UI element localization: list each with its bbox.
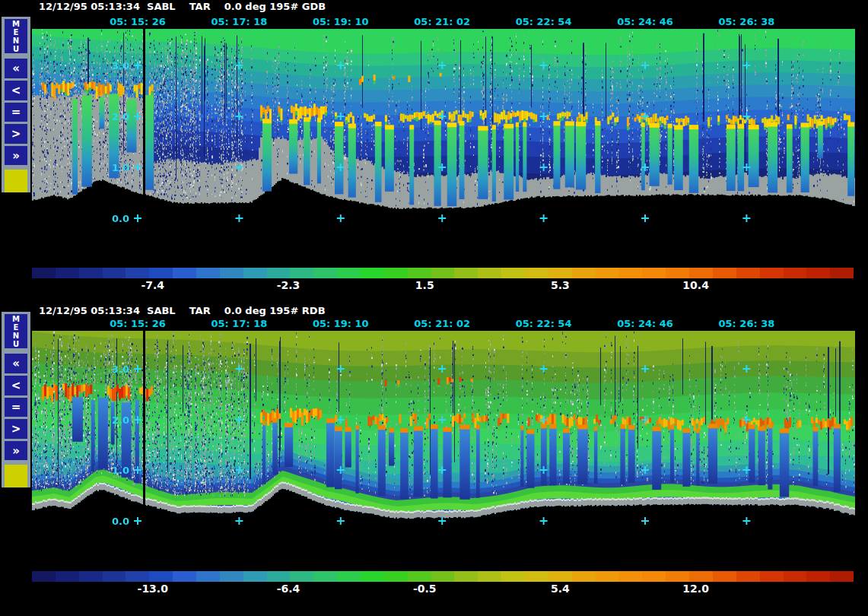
- time-tick-label: 05: 19: 10: [313, 318, 369, 329]
- menu-button[interactable]: M E N U: [5, 314, 27, 348]
- colorbar-tick-label: 12.0: [682, 583, 709, 595]
- colorbar-segment: [642, 268, 666, 278]
- lidar-image-gdb[interactable]: [32, 29, 855, 263]
- menu-button[interactable]: M E N U: [5, 19, 27, 53]
- colorbar-segment: [103, 571, 126, 582]
- fast-forward-button[interactable]: »: [5, 146, 27, 166]
- colorbar-segment: [79, 268, 103, 278]
- time-tick-label: 05: 17: 18: [211, 318, 268, 329]
- time-tick-label: 05: 24: 46: [617, 16, 673, 27]
- lidar-image-rdb[interactable]: [32, 331, 855, 567]
- colorbar-segment: [501, 268, 525, 278]
- colorbar-segment: [173, 571, 196, 582]
- panel-title-gdb: 12/12/95 05:13:34 SABL TAR 0.0 deg 195# …: [39, 1, 326, 12]
- colorbar-segment: [666, 571, 689, 582]
- colorbar-segment: [79, 571, 103, 582]
- time-tick-label: 05: 22: 54: [516, 16, 572, 27]
- colorbar-segment: [830, 268, 854, 278]
- colorbar-segment: [689, 571, 713, 582]
- colorbar-segment: [478, 571, 501, 582]
- colorbar-tick-label: -0.5: [413, 583, 437, 595]
- colorbar-segment: [243, 268, 267, 278]
- colorbar-segment: [32, 571, 56, 582]
- colorbar-segment: [454, 571, 478, 582]
- colorbar-segment: [525, 268, 548, 278]
- colorbar-segment: [454, 268, 478, 278]
- colorbar-tick-label: 5.3: [551, 279, 570, 291]
- colorbar-segment: [478, 268, 501, 278]
- time-tick-label: 05: 21: 02: [414, 16, 470, 27]
- pause-button[interactable]: =: [5, 398, 27, 418]
- fast-rewind-button[interactable]: «: [5, 354, 27, 373]
- colorbar-segment: [149, 571, 173, 582]
- colorbar-segment: [431, 571, 455, 582]
- colorbar-segment: [596, 571, 619, 582]
- time-tick-label: 05: 24: 46: [617, 318, 673, 329]
- colorbar-segment: [361, 268, 384, 278]
- colorbar-rdb: [32, 571, 854, 582]
- time-tick-label: 05: 19: 10: [313, 16, 369, 27]
- step-forward-button[interactable]: >: [5, 419, 27, 439]
- colorbar-tick-label: -6.4: [277, 583, 300, 595]
- step-back-button[interactable]: <: [5, 376, 27, 395]
- colorbar-segment: [760, 268, 784, 278]
- colorbar-segment: [196, 268, 220, 278]
- colorbar-segment: [337, 571, 361, 582]
- colorbar-gdb: [32, 268, 854, 278]
- colorbar-segment: [548, 268, 572, 278]
- step-back-button[interactable]: <: [5, 81, 27, 100]
- panel-title-rdb: 12/12/95 05:13:34 SABL TAR 0.0 deg 195# …: [39, 305, 326, 316]
- colorbar-segment: [126, 571, 149, 582]
- colorbar-segment: [243, 571, 267, 582]
- colorbar-segment: [103, 268, 126, 278]
- sabl-display-window: 12/12/95 05:13:34 SABL TAR 0.0 deg 195# …: [0, 0, 868, 616]
- fast-forward-button[interactable]: »: [5, 441, 27, 461]
- colorbar-segment: [806, 571, 830, 582]
- colorbar-segment: [220, 268, 243, 278]
- colorbar-segment: [760, 571, 784, 582]
- colorbar-segment: [830, 571, 854, 582]
- time-axis-top: 05: 15: 2605: 17: 1805: 19: 1005: 21: 02…: [32, 16, 855, 28]
- colorbar-segment: [290, 268, 313, 278]
- colorbar-tick-label: 5.4: [551, 583, 570, 595]
- colorbar-segment: [689, 268, 713, 278]
- color-swatch-button[interactable]: [5, 465, 27, 487]
- colorbar-segment: [173, 268, 196, 278]
- fast-rewind-button[interactable]: «: [5, 59, 27, 78]
- pause-button[interactable]: =: [5, 103, 27, 122]
- step-forward-button[interactable]: >: [5, 124, 27, 144]
- colorbar-ticks-rdb: -13.0-6.4-0.55.412.0: [32, 583, 854, 595]
- color-swatch-button[interactable]: [5, 170, 27, 192]
- colorbar-segment: [313, 571, 337, 582]
- colorbar-segment: [337, 268, 361, 278]
- colorbar-segment: [525, 571, 548, 582]
- time-tick-label: 05: 15: 26: [110, 318, 166, 329]
- colorbar-segment: [618, 571, 642, 582]
- colorbar-segment: [267, 268, 291, 278]
- colorbar-tick-label: -13.0: [138, 583, 168, 595]
- colorbar-segment: [220, 571, 243, 582]
- colorbar-segment: [196, 571, 220, 582]
- colorbar-segment: [56, 571, 79, 582]
- colorbar-segment: [618, 268, 642, 278]
- colorbar-segment: [736, 571, 760, 582]
- time-tick-label: 05: 26: 38: [719, 16, 775, 27]
- colorbar-segment: [56, 268, 79, 278]
- colorbar-tick-label: 1.5: [415, 279, 434, 291]
- colorbar-segment: [384, 571, 408, 582]
- colorbar-segment: [501, 571, 525, 582]
- menu-strip-bottom: M E N U«<=>»: [2, 312, 30, 487]
- time-tick-label: 05: 15: 26: [110, 16, 166, 27]
- colorbar-tick-label: -7.4: [141, 279, 164, 291]
- colorbar-segment: [572, 571, 596, 582]
- colorbar-ticks-gdb: -7.4-2.31.55.310.4: [32, 279, 854, 291]
- time-axis-bottom: 05: 15: 2605: 17: 1805: 19: 1005: 21: 02…: [32, 318, 855, 330]
- colorbar-segment: [784, 571, 807, 582]
- colorbar-segment: [408, 268, 431, 278]
- colorbar-segment: [713, 268, 736, 278]
- colorbar-segment: [267, 571, 291, 582]
- colorbar-segment: [736, 268, 760, 278]
- menu-strip-top: M E N U«<=>»: [2, 17, 30, 192]
- time-tick-label: 05: 26: 38: [719, 318, 775, 329]
- colorbar-segment: [126, 268, 149, 278]
